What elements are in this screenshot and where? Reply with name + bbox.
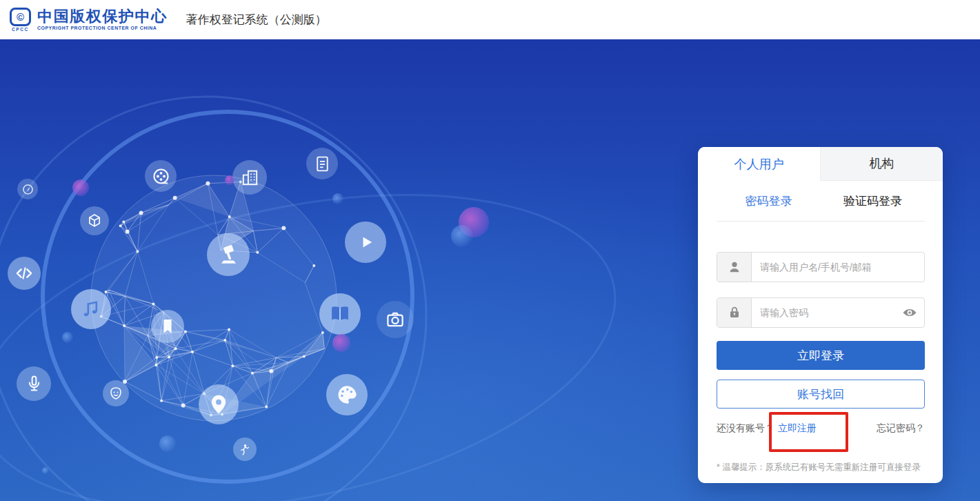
user-type-tabs: 个人用户 机构 [698, 147, 943, 181]
tab-organization[interactable]: 机构 [820, 147, 943, 181]
dancer-icon [233, 438, 257, 461]
bokeh-dot [332, 334, 350, 352]
logo-abbr: CPCC [12, 27, 29, 32]
bokeh-dot [42, 467, 49, 474]
palette-icon [326, 374, 368, 415]
play-icon [345, 222, 386, 263]
password-input[interactable] [752, 298, 895, 327]
tab-password-login[interactable]: 密码登录 [717, 191, 821, 212]
bokeh-dot [451, 225, 473, 247]
no-account-text: 还没有账号？ [717, 422, 774, 435]
microphone-icon [17, 366, 51, 401]
tab-personal-user-label: 个人用户 [734, 156, 784, 173]
login-method-tabs: 密码登录 验证码登录 [717, 191, 925, 212]
gavel-icon [207, 233, 250, 276]
username-input[interactable] [752, 253, 924, 282]
lock-icon [717, 298, 752, 327]
bokeh-dot [72, 179, 89, 196]
opera-mask-icon [103, 380, 129, 406]
forgot-password-link[interactable]: 忘记密码？ [877, 422, 925, 435]
logo-name-en: COPYRIGHT PROTECTION CENTER OF CHINA [37, 26, 168, 31]
top-header: © CPCC 中国版权保护中心 COPYRIGHT PROTECTION CEN… [0, 0, 980, 39]
open-book-icon [319, 293, 361, 335]
login-button[interactable]: 立即登录 [717, 341, 925, 370]
music-icon [71, 289, 111, 329]
copyright-symbol: © [10, 8, 31, 26]
bookmark-icon [151, 310, 184, 343]
tab-personal-user[interactable]: 个人用户 [698, 147, 820, 181]
user-icon [717, 253, 752, 282]
toggle-password-visibility-icon[interactable] [895, 298, 924, 327]
cube-icon [80, 206, 109, 235]
tab-organization-label: 机构 [870, 155, 894, 172]
building-icon [232, 160, 267, 195]
bokeh-dot [62, 332, 73, 343]
camera-icon [377, 301, 414, 338]
bokeh-dot [332, 193, 343, 204]
page: © CPCC 中国版权保护中心 COPYRIGHT PROTECTION CEN… [0, 0, 980, 501]
tab-code-login[interactable]: 验证码登录 [821, 191, 925, 212]
bokeh-dot [159, 435, 176, 452]
username-field-group [717, 252, 925, 282]
account-recovery-button[interactable]: 账号找回 [717, 380, 925, 409]
login-panel: 个人用户 机构 密码登录 验证码登录 立即登录 [698, 147, 943, 483]
code-icon [8, 257, 41, 290]
document-icon [306, 148, 338, 179]
register-link[interactable]: 立即注册 [778, 422, 817, 435]
cpcc-logo-icon: © CPCC [10, 8, 31, 32]
password-field-group [717, 297, 925, 328]
logo-name-zh: 中国版权保护中心 [37, 9, 168, 24]
film-reel-icon [145, 160, 177, 192]
location-pin-icon [199, 384, 239, 424]
system-title: 著作权登记系统（公测版） [186, 12, 327, 28]
bokeh-dot [225, 175, 234, 185]
cpcc-logo: © CPCC 中国版权保护中心 COPYRIGHT PROTECTION CEN… [10, 8, 168, 32]
logo-text: 中国版权保护中心 COPYRIGHT PROTECTION CENTER OF … [37, 9, 168, 31]
tip-note: * 温馨提示：原系统已有账号无需重新注册可直接登录 [717, 461, 929, 474]
bottom-links-row: 还没有账号？ 立即注册 忘记密码？ [717, 420, 925, 437]
compass-icon [17, 179, 38, 199]
divider [717, 221, 925, 222]
